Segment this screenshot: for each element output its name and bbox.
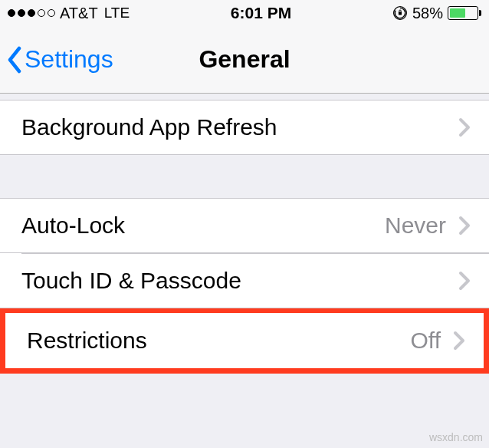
clock-label: 6:01 PM [231,4,291,22]
row-value: Off [411,328,441,354]
row-value: Never [385,212,446,239]
battery-percent-label: 58% [412,5,443,22]
back-label: Settings [25,45,113,74]
signal-strength-icon [8,9,55,17]
page-title: General [199,45,290,74]
row-label: Auto-Lock [21,212,385,239]
row-label: Touch ID & Passcode [21,268,458,294]
watermark: wsxdn.com [429,431,483,443]
row-touch-id-passcode[interactable]: Touch ID & Passcode [0,253,489,308]
network-type-label: LTE [104,5,130,21]
status-right: 58% [392,5,481,22]
status-left: AT&T LTE [8,5,130,22]
battery-icon [448,6,481,20]
chevron-right-icon [458,117,471,137]
nav-bar: Settings General [0,26,489,94]
chevron-right-icon [458,271,471,291]
row-restrictions[interactable]: Restrictions Off [5,313,484,368]
row-label: Restrictions [27,328,411,354]
group-general-2: Auto-Lock Never Touch ID & Passcode Rest… [0,198,489,374]
chevron-left-icon [6,46,23,74]
row-label: Background App Refresh [21,114,458,140]
back-button[interactable]: Settings [6,45,113,74]
row-auto-lock[interactable]: Auto-Lock Never [0,198,489,253]
status-bar: AT&T LTE 6:01 PM 58% [0,0,489,26]
group-general-1: Background App Refresh [0,100,489,155]
orientation-lock-icon [392,5,408,21]
carrier-label: AT&T [60,5,98,22]
chevron-right-icon [453,331,465,351]
chevron-right-icon [458,216,471,236]
row-background-app-refresh[interactable]: Background App Refresh [0,100,489,155]
highlight-restrictions: Restrictions Off [0,308,489,374]
svg-rect-1 [399,12,402,15]
